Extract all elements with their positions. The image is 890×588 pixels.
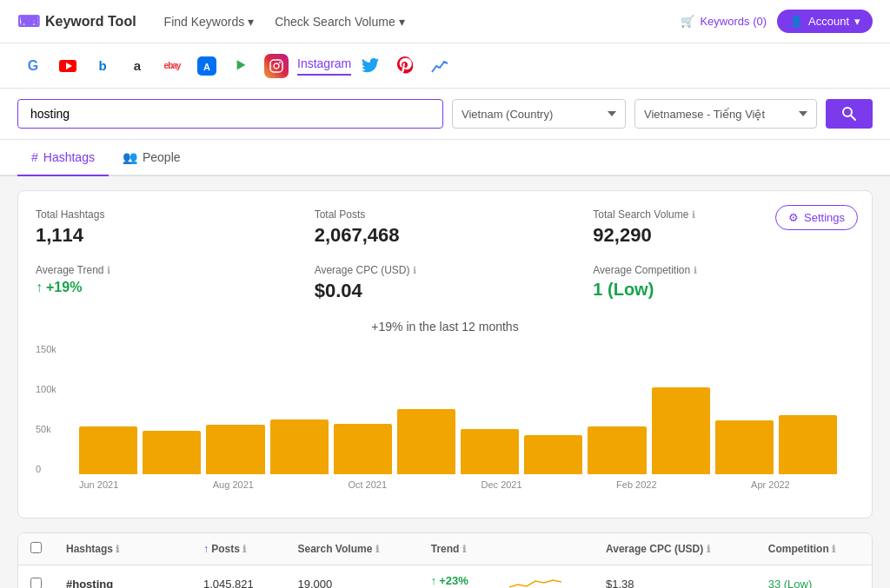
col-trend: Trend ℹ	[419, 533, 497, 565]
svg-line-10	[851, 116, 855, 120]
col-trend-chart	[497, 533, 594, 565]
logo[interactable]: ⌨ Keyword Tool	[17, 12, 136, 31]
header: ⌨ Keyword Tool Find Keywords ▾ Check Sea…	[0, 0, 890, 43]
tab-people[interactable]: 👥 People	[109, 140, 195, 176]
row-checkbox-cell	[18, 565, 54, 589]
chart-bar	[779, 415, 837, 474]
table-section: Hashtags ℹ ↑ Posts ℹ Search Volume ℹ Tre…	[17, 532, 873, 588]
logo-text: Keyword Tool	[45, 14, 136, 30]
main-content: ⚙ Settings Total Hashtags 1,114 Total Po…	[0, 176, 890, 588]
avg-cpc-label: Average CPC (USD) ℹ	[315, 264, 576, 276]
col-posts[interactable]: ↑ Posts ℹ	[191, 533, 286, 565]
table-row: #hosting 1,045,821 19,000 ↑ +23% $1.38 3…	[18, 565, 872, 589]
tab-hashtags[interactable]: # Hashtags	[17, 140, 109, 176]
country-select[interactable]: Vietnam (Country)	[452, 99, 626, 129]
chart-bar	[588, 426, 646, 474]
chart-bar	[334, 424, 392, 474]
keywords-button[interactable]: 🛒 Keywords (0)	[681, 15, 767, 28]
account-button[interactable]: 👤 Account ▾	[777, 10, 873, 33]
search-button[interactable]	[826, 99, 873, 129]
info-icon-trend[interactable]: ℹ	[107, 265, 110, 275]
avg-trend-label: Average Trend ℹ	[36, 264, 297, 276]
chart-yaxis: 150k 100k 50k 0	[36, 344, 56, 474]
chart-xlabels: Jun 2021 Aug 2021 Oct 2021 Dec 2021 Feb …	[79, 479, 837, 490]
avg-competition-stat: Average Competition ℹ 1 (Low)	[593, 264, 854, 302]
avg-competition-label: Average Competition ℹ	[593, 264, 854, 276]
info-icon-hashtags[interactable]: ℹ	[116, 544, 119, 554]
avg-cpc-value: $0.04	[315, 280, 576, 302]
instagram-label[interactable]: Instagram	[297, 56, 351, 76]
language-select[interactable]: Vietnamese - Tiếng Việt	[634, 99, 817, 129]
platform-youtube[interactable]	[52, 50, 83, 82]
stats-card: ⚙ Settings Total Hashtags 1,114 Total Po…	[17, 190, 873, 519]
user-icon: 👤	[789, 15, 803, 28]
avg-trend-stat: Average Trend ℹ ↑ +19%	[36, 264, 297, 302]
instagram-icon	[264, 54, 289, 78]
chevron-down-icon: ▾	[399, 15, 405, 29]
select-all-checkbox[interactable]	[30, 542, 42, 553]
platform-trends[interactable]	[424, 50, 455, 82]
settings-button[interactable]: ⚙ Settings	[775, 205, 858, 230]
platform-instagram[interactable]	[261, 50, 292, 82]
data-table: Hashtags ℹ ↑ Posts ℹ Search Volume ℹ Tre…	[18, 533, 872, 588]
people-icon: 👥	[123, 150, 137, 164]
svg-point-8	[279, 62, 281, 63]
chevron-down-icon: ▾	[248, 15, 254, 29]
col-search-volume: Search Volume ℹ	[286, 533, 419, 565]
col-hashtags: Hashtags ℹ	[54, 533, 191, 565]
chart-bars	[79, 344, 837, 474]
row-hashtag: #hosting	[54, 565, 191, 589]
row-avg-cpc: $1.38	[594, 565, 756, 589]
row-posts: 1,045,821	[191, 565, 286, 589]
chart-bar	[397, 409, 455, 474]
stats-grid: Total Hashtags 1,114 Total Posts 2,067,4…	[36, 208, 854, 302]
platform-google[interactable]: G	[17, 50, 49, 82]
nav-check-search-volume[interactable]: Check Search Volume ▾	[264, 15, 415, 29]
row-competition: 33 (Low)	[756, 565, 872, 589]
search-input[interactable]	[17, 99, 443, 129]
info-icon-sv[interactable]: ℹ	[375, 544, 379, 554]
chart-bar	[206, 425, 264, 474]
total-hashtags-label: Total Hashtags	[36, 208, 297, 221]
cart-icon: 🛒	[681, 15, 694, 28]
y-label-0: 0	[36, 464, 56, 474]
platform-bing[interactable]: b	[87, 50, 118, 82]
chart-section: +19% in the last 12 months 150k 100k 50k…	[36, 320, 854, 500]
col-checkbox	[18, 533, 54, 565]
row-search-volume: 19,000	[286, 565, 419, 589]
svg-point-7	[274, 63, 279, 69]
platform-playstore[interactable]	[226, 50, 257, 82]
avg-cpc-stat: Average CPC (USD) ℹ $0.04	[315, 264, 576, 302]
logo-icon: ⌨	[17, 12, 40, 31]
chart-container: 150k 100k 50k 0 Jun 2021 Aug 2021 Oct 20…	[36, 344, 854, 500]
trend-up-arrow: ↑	[36, 280, 43, 295]
platform-ebay[interactable]: ebay	[156, 50, 188, 82]
chevron-down-icon: ▾	[854, 15, 860, 28]
chart-bar	[715, 420, 774, 474]
col-competition: Competition ℹ	[756, 533, 872, 565]
platform-amazon[interactable]: a	[122, 50, 153, 82]
nav-find-keywords[interactable]: Find Keywords ▾	[154, 15, 265, 29]
platform-appstore[interactable]: A	[191, 50, 222, 82]
info-icon-posts[interactable]: ℹ	[242, 544, 246, 554]
row-trend-sparkline	[497, 565, 594, 589]
platform-pinterest[interactable]	[389, 50, 421, 82]
info-icon[interactable]: ℹ	[692, 209, 695, 220]
info-icon-competition[interactable]: ℹ	[694, 265, 697, 275]
search-bar: Vietnam (Country) Vietnamese - Tiếng Việ…	[0, 89, 890, 140]
info-icon-cpc[interactable]: ℹ	[413, 265, 416, 275]
info-icon-cpc-col[interactable]: ℹ	[707, 544, 710, 554]
total-posts-stat: Total Posts 2,067,468	[315, 208, 576, 247]
header-right: 🛒 Keywords (0) 👤 Account ▾	[681, 10, 873, 33]
svg-rect-6	[270, 60, 282, 72]
info-icon-trend-col[interactable]: ℹ	[462, 544, 466, 554]
chart-bar	[143, 431, 201, 474]
trend-up-icon: ↑	[431, 574, 437, 587]
total-hashtags-value: 1,114	[36, 224, 297, 247]
platform-twitter[interactable]	[355, 50, 386, 82]
total-posts-label: Total Posts	[315, 208, 576, 221]
gear-icon: ⚙	[788, 211, 799, 224]
row-checkbox[interactable]	[30, 578, 42, 589]
info-icon-comp-col[interactable]: ℹ	[832, 544, 835, 554]
col-avg-cpc: Average CPC (USD) ℹ	[594, 533, 756, 565]
